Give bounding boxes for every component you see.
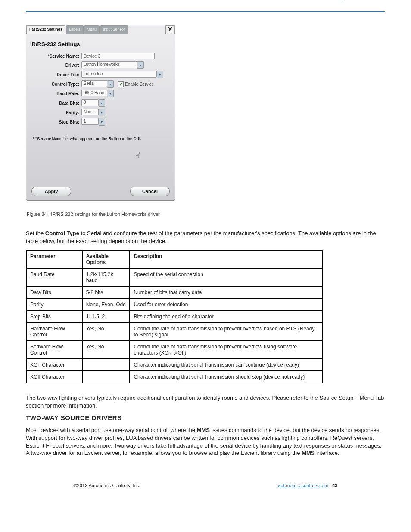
header-product: Mirage Media Server <box>26 0 385 0</box>
driver-select[interactable]: Lutron Homeworks <box>81 61 137 68</box>
figure-caption: Figure 34 - IR/RS-232 settings for the L… <box>27 212 385 217</box>
footer-link[interactable]: autonomic-controls.com <box>278 483 328 488</box>
chevron-down-icon[interactable]: ▾ <box>99 118 105 126</box>
enable-service-checkbox[interactable]: ✓ Enable Service <box>118 81 154 87</box>
stop-bits-label: Stop Bits: <box>33 120 81 124</box>
paragraph-2: The two-way lighting drivers typically r… <box>26 394 385 409</box>
table-row: Software Flow ControlYes, NoControl the … <box>26 341 323 359</box>
page-footer: ©2012 Autonomic Controls, Inc. autonomic… <box>26 483 385 488</box>
table-header-row: Parameter Available Options Description <box>26 250 323 268</box>
table-row: Baud Rate1.2k-115.2k baudSpeed of the se… <box>26 268 323 286</box>
settings-dialog: IR/RS232 Settings Labels Menu Input Sens… <box>26 25 175 201</box>
table-row: Stop Bits1, 1.5, 2Bits defining the end … <box>26 311 323 323</box>
chevron-down-icon[interactable]: ▾ <box>99 109 105 116</box>
table-row: XOn CharacterCharacter indicating that s… <box>26 359 323 371</box>
header-rule <box>26 11 385 12</box>
data-bits-select[interactable]: 8 <box>81 99 99 106</box>
enable-service-label: Enable Service <box>125 82 154 87</box>
driver-label: Driver: <box>33 63 81 68</box>
parity-select[interactable]: None <box>81 109 99 115</box>
checkmark-icon: ✓ <box>118 81 124 87</box>
table-row: Hardware Flow ControlYes, NoControl the … <box>26 323 323 341</box>
driver-file-select[interactable]: Lutron.lua <box>81 71 157 78</box>
chevron-down-icon[interactable]: ▾ <box>107 80 114 88</box>
tab-labels[interactable]: Labels <box>66 25 84 34</box>
table-row: Data Bits5-8 bitsNumber of bits that car… <box>26 286 323 299</box>
service-name-footnote: * "Service Name" is what appears on the … <box>33 137 168 141</box>
baud-rate-select[interactable]: 9600 Baud <box>81 90 107 96</box>
page-number: 43 <box>332 483 337 488</box>
parity-label: Parity: <box>33 110 81 115</box>
service-name-label: *Service Name: <box>33 54 81 59</box>
apply-button[interactable]: Apply <box>31 187 71 196</box>
control-type-label: Control Type: <box>33 82 81 87</box>
section-heading: TWO-WAY SOURCE DRIVERS <box>26 414 385 422</box>
col-parameter: Parameter <box>26 250 82 268</box>
chevron-down-icon[interactable]: ▾ <box>137 61 144 69</box>
copyright: ©2012 Autonomic Controls, Inc. <box>73 483 140 488</box>
tab-menu[interactable]: Menu <box>84 25 100 34</box>
close-button[interactable]: X <box>165 25 175 34</box>
baud-rate-label: Baud Rate: <box>33 91 81 96</box>
paragraph-3: Most devices with a serial port use one-… <box>26 426 385 457</box>
service-name-input[interactable] <box>81 53 155 59</box>
chevron-down-icon[interactable]: ▾ <box>107 90 114 97</box>
col-desc: Description <box>130 250 323 268</box>
chevron-down-icon[interactable]: ▾ <box>99 99 105 107</box>
tab-ir-rs232[interactable]: IR/RS232 Settings <box>26 25 65 34</box>
dialog-title: IR/RS-232 Settings <box>30 41 168 47</box>
data-bits-label: Data Bits: <box>33 101 81 106</box>
paragraph-1: Set the Control Type to Serial and confi… <box>26 230 385 245</box>
table-row: XOff CharacterCharacter indicating that … <box>26 371 323 383</box>
table-row: ParityNone, Even, OddUsed for error dete… <box>26 299 323 311</box>
control-type-select[interactable]: Serial <box>81 80 107 87</box>
parameters-table: Parameter Available Options Description … <box>26 250 323 383</box>
driver-file-label: Driver File: <box>33 72 81 77</box>
tab-strip: IR/RS232 Settings Labels Menu Input Sens… <box>26 25 175 34</box>
stop-bits-select[interactable]: 1 <box>81 118 99 125</box>
tab-input-sensor[interactable]: Input Sensor <box>100 25 128 34</box>
col-options: Available Options <box>82 250 130 268</box>
cancel-button[interactable]: Cancel <box>130 187 170 196</box>
chevron-down-icon[interactable]: ▾ <box>157 71 163 78</box>
